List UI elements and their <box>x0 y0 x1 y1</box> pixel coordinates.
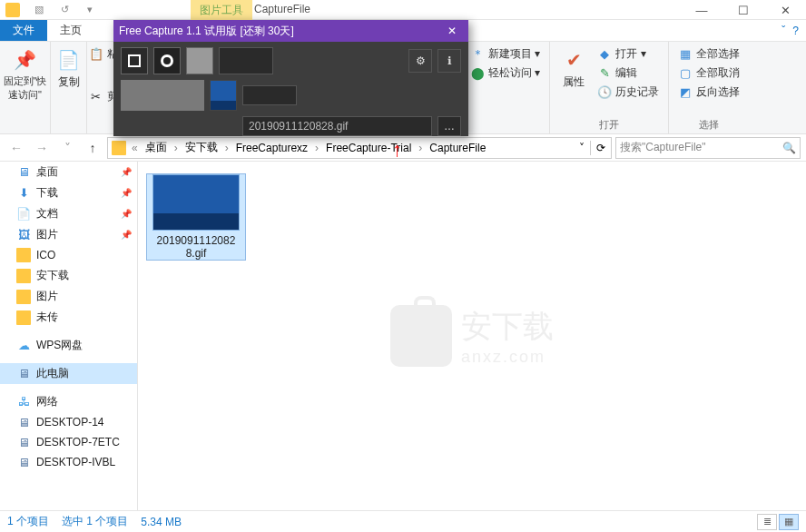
pin-quick-access-button[interactable]: 📌 固定到"快 速访问" <box>0 45 50 103</box>
breadcrumb-overflow[interactable]: « <box>130 142 140 154</box>
nav-back-button[interactable]: ← <box>5 137 27 159</box>
nav-pc1[interactable]: 🖥DESKTOP-14 <box>0 412 137 432</box>
file-list[interactable]: 2019091112082 8.gif 安下载 anxz.com <box>138 162 806 510</box>
copy-icon: 📄 <box>56 47 82 73</box>
nav-pc3[interactable]: 🖥DESKTOP-IVBL <box>0 452 137 472</box>
capture-browse-button[interactable]: … <box>437 116 461 136</box>
nav-this-pc[interactable]: 🖥此电脑 <box>0 363 137 384</box>
pin-icon: 📌 <box>121 209 132 219</box>
nav-network[interactable]: 🖧网络 <box>0 391 137 412</box>
pc-icon: 🖥 <box>16 435 31 449</box>
status-selection: 选中 1 个项目 <box>62 514 128 529</box>
status-bar: 1 个项目 选中 1 个项目 5.34 MB ≣ ▦ <box>0 510 806 532</box>
qat-undo-icon[interactable]: ↺ <box>54 2 74 18</box>
desktop-icon: 🖥 <box>16 165 31 180</box>
capture-close-button[interactable]: ✕ <box>441 25 463 37</box>
status-size: 5.34 MB <box>141 516 182 528</box>
capture-mode-fullscreen[interactable] <box>121 47 148 74</box>
capture-about-button[interactable]: ℹ <box>437 49 461 73</box>
window-folder-title: CaptureFile <box>254 3 310 15</box>
titlebar: ▧ ↺ ▾ 图片工具 CaptureFile — ☐ ✕ <box>0 0 806 20</box>
nav-ico[interactable]: ICO <box>0 245 137 265</box>
pin-icon: 📌 <box>121 230 132 240</box>
capture-mode-record[interactable] <box>153 47 181 74</box>
nav-documents[interactable]: 📄文档📌 <box>0 203 137 224</box>
select-none-button[interactable]: ▢全部取消 <box>676 64 742 82</box>
properties-button[interactable]: ✔ 属性 <box>557 45 590 101</box>
lock-icon <box>390 305 452 367</box>
capture-filename-input[interactable]: 20190911120828.gif <box>242 116 432 136</box>
breadcrumb-item[interactable]: FreeCapture-Trial <box>322 140 415 156</box>
breadcrumb-item[interactable]: CaptureFile <box>426 140 489 156</box>
qat-dropdown-icon[interactable]: ▾ <box>80 2 100 18</box>
easy-access-button[interactable]: ⬤轻松访问 ▾ <box>468 64 542 82</box>
scissors-icon: ✂ <box>89 90 103 104</box>
ribbon-expand-icon[interactable]: ˇ <box>781 25 785 37</box>
minimize-button[interactable]: — <box>681 0 722 20</box>
easy-access-icon: ⬤ <box>470 66 485 81</box>
search-icon[interactable]: 🔍 <box>782 142 796 154</box>
nav-recent-dropdown[interactable]: ˅ <box>56 137 78 159</box>
nav-downloads[interactable]: ⬇下载📌 <box>0 182 137 203</box>
capture-app-window[interactable]: Free Capture 1.1 试用版 [还剩 30天] ✕ ⚙ ℹ 2019… <box>113 20 468 136</box>
close-button[interactable]: ✕ <box>764 0 806 20</box>
file-thumbnail <box>152 174 240 231</box>
tab-file[interactable]: 文件 <box>0 20 47 41</box>
properties-icon: ✔ <box>561 47 586 73</box>
contextual-tab-picture-tools[interactable]: 图片工具 <box>191 0 252 20</box>
capture-size-field[interactable] <box>219 47 273 74</box>
nav-forward-button[interactable]: → <box>31 137 53 159</box>
nav-desktop[interactable]: 🖥桌面📌 <box>0 162 137 182</box>
copy-button[interactable]: 📄 复制 <box>53 45 85 92</box>
maximize-button[interactable]: ☐ <box>722 0 764 20</box>
history-button[interactable]: 🕓历史记录 <box>595 84 661 101</box>
search-input[interactable]: 搜索"CaptureFile" 🔍 <box>615 137 801 159</box>
nav-up-button[interactable]: ↑ <box>82 137 103 159</box>
view-details-button[interactable]: ≣ <box>757 514 777 530</box>
history-icon: 🕓 <box>597 85 612 100</box>
new-item-button[interactable]: ＊新建项目 ▾ <box>468 45 542 63</box>
qat-properties-icon[interactable]: ▧ <box>29 2 49 18</box>
open-with-button[interactable]: ◆打开 ▾ <box>595 45 661 63</box>
capture-titlebar[interactable]: Free Capture 1.1 试用版 [还剩 30天] ✕ <box>113 20 468 42</box>
pc-icon: 🖥 <box>16 415 31 429</box>
folder-icon <box>112 141 126 155</box>
file-item[interactable]: 2019091112082 8.gif <box>147 174 245 260</box>
pin-icon: 📌 <box>121 188 132 198</box>
help-icon[interactable]: ? <box>792 25 799 37</box>
capture-settings-button[interactable]: ⚙ <box>408 49 432 73</box>
thispc-icon: 🖥 <box>16 367 31 381</box>
nav-pane: 🖥桌面📌 ⬇下载📌 📄文档📌 🖼图片📌 ICO 安下载 图片 未传 ☁WPS网盘… <box>0 162 138 510</box>
nav-pictures[interactable]: 🖼图片📌 <box>0 224 137 245</box>
tab-home[interactable]: 主页 <box>47 20 94 41</box>
picture-icon: 🖼 <box>16 228 31 242</box>
document-icon: 📄 <box>16 207 31 222</box>
capture-preview <box>121 80 204 111</box>
refresh-button[interactable]: ⟳ <box>596 142 605 154</box>
breadcrumb-item[interactable]: FreeCapturexz <box>232 140 311 156</box>
capture-thumb <box>210 80 237 111</box>
edit-button[interactable]: ✎编辑 <box>595 64 661 82</box>
pin-icon: 📌 <box>13 47 38 73</box>
capture-title-label: Free Capture 1.1 试用版 [还剩 30天] <box>119 24 294 39</box>
folder-icon <box>16 310 31 325</box>
new-item-icon: ＊ <box>470 47 485 62</box>
nav-weichuan[interactable]: 未传 <box>0 307 137 328</box>
select-invert-button[interactable]: ◩反向选择 <box>676 84 742 101</box>
folder-icon <box>16 290 31 304</box>
select-all-icon: ▦ <box>678 47 693 62</box>
nav-wps[interactable]: ☁WPS网盘 <box>0 335 137 356</box>
select-all-button[interactable]: ▦全部选择 <box>676 45 742 63</box>
breadcrumb-dropdown[interactable]: ˅ <box>579 142 585 154</box>
capture-format-field[interactable] <box>242 85 297 105</box>
status-item-count: 1 个项目 <box>7 514 49 529</box>
capture-mode-region[interactable] <box>186 47 213 74</box>
folder-icon <box>16 269 31 283</box>
view-icons-button[interactable]: ▦ <box>779 514 799 530</box>
nav-anxz[interactable]: 安下载 <box>0 265 137 286</box>
nav-pictures2[interactable]: 图片 <box>0 286 137 307</box>
pc-icon: 🖥 <box>16 455 31 469</box>
nav-pc2[interactable]: 🖥DESKTOP-7ETC <box>0 432 137 452</box>
download-icon: ⬇ <box>16 186 31 201</box>
select-none-icon: ▢ <box>678 66 693 81</box>
